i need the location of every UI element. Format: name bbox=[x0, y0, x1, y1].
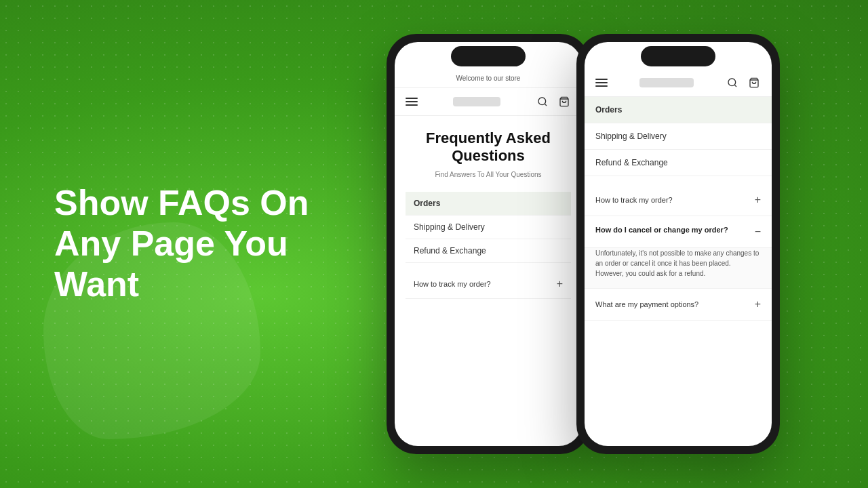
hero-text: Show FAQs On Any Page You Want bbox=[54, 183, 312, 304]
phone1-screen: Welcome to our store F bbox=[395, 42, 582, 446]
phone2-category-orders[interactable]: Orders bbox=[585, 97, 772, 123]
phone1-navbar bbox=[395, 88, 582, 116]
phone2-category-orders-label: Orders bbox=[595, 105, 622, 115]
phone1-faq-item-track-label: How to track my order? bbox=[414, 280, 491, 288]
svg-point-0 bbox=[538, 98, 546, 105]
svg-line-1 bbox=[545, 104, 547, 106]
phone1-category-orders-label: Orders bbox=[414, 199, 440, 208]
phone1-faq-item-track-plus[interactable]: + bbox=[557, 278, 563, 290]
phone1-nav-icons bbox=[536, 95, 571, 108]
phone1-faq-content: Frequently Asked Questions Find Answers … bbox=[395, 116, 582, 446]
svg-point-3 bbox=[728, 79, 736, 86]
phone2-category-refund[interactable]: Refund & Exchange bbox=[585, 150, 772, 176]
hero-title: Show FAQs On Any Page You Want bbox=[54, 183, 309, 304]
phone1-cart-icon[interactable] bbox=[557, 95, 571, 108]
phone2-faq-cancel-minus[interactable]: − bbox=[755, 226, 761, 238]
phone2-faq-cancel-answer-text: Unfortunately, it's not possible to make… bbox=[595, 248, 761, 279]
phone2-faq-cancel-answer: Unfortunately, it's not possible to make… bbox=[585, 248, 772, 289]
phone1-faq-title: Frequently Asked Questions bbox=[406, 129, 571, 165]
phone1: Welcome to our store F bbox=[387, 34, 590, 454]
phone2-nav-icons bbox=[726, 76, 761, 89]
phone2-faq-cancel-label: How do I cancel or change my order? bbox=[595, 226, 749, 234]
phone2-faq-track-order[interactable]: How to track my order? + bbox=[585, 184, 772, 216]
phone1-menu-icon[interactable] bbox=[406, 98, 418, 106]
phone1-logo bbox=[453, 97, 500, 106]
phone2-menu-icon[interactable] bbox=[595, 79, 608, 87]
phone2-content: Orders Shipping & Delivery Refund & Exch… bbox=[585, 97, 772, 446]
spacer bbox=[585, 176, 772, 184]
phone1-welcome-text: Welcome to our store bbox=[456, 75, 521, 82]
phone2-category-refund-label: Refund & Exchange bbox=[595, 158, 668, 167]
phone2-screen: Orders Shipping & Delivery Refund & Exch… bbox=[585, 42, 772, 446]
phone2-category-shipping[interactable]: Shipping & Delivery bbox=[585, 123, 772, 150]
phone2-faq-track-label: How to track my order? bbox=[595, 196, 673, 204]
phones-container: Welcome to our store F bbox=[298, 0, 868, 488]
phone1-category-refund-label: Refund & Exchange bbox=[414, 246, 486, 256]
phone1-faq-subtitle: Find Answers To All Your Questions bbox=[406, 171, 571, 178]
phone1-category-refund[interactable]: Refund & Exchange bbox=[406, 239, 571, 263]
phone2-notch bbox=[641, 46, 715, 66]
phone1-category-shipping[interactable]: Shipping & Delivery bbox=[406, 216, 571, 239]
phone1-category-orders[interactable]: Orders bbox=[406, 192, 571, 216]
phone2-faq-payment[interactable]: What are my payment options? + bbox=[585, 289, 772, 321]
phone2-faq-track-plus[interactable]: + bbox=[755, 194, 761, 206]
phone2-category-shipping-label: Shipping & Delivery bbox=[595, 131, 667, 141]
phone2: Orders Shipping & Delivery Refund & Exch… bbox=[576, 34, 780, 454]
phone1-notch bbox=[451, 46, 526, 66]
phone2-faq-payment-plus[interactable]: + bbox=[755, 298, 761, 310]
phone1-search-icon[interactable] bbox=[536, 95, 549, 108]
phone2-cart-icon[interactable] bbox=[747, 76, 761, 89]
phone1-faq-item-track[interactable]: How to track my order? + bbox=[406, 270, 571, 299]
phone2-faq-cancel-order[interactable]: How do I cancel or change my order? − bbox=[585, 216, 772, 248]
phone2-logo bbox=[639, 78, 694, 87]
phone2-faq-payment-label: What are my payment options? bbox=[595, 300, 698, 308]
phone2-search-icon[interactable] bbox=[726, 76, 739, 89]
phone1-category-shipping-label: Shipping & Delivery bbox=[414, 222, 485, 232]
svg-line-4 bbox=[734, 85, 736, 87]
